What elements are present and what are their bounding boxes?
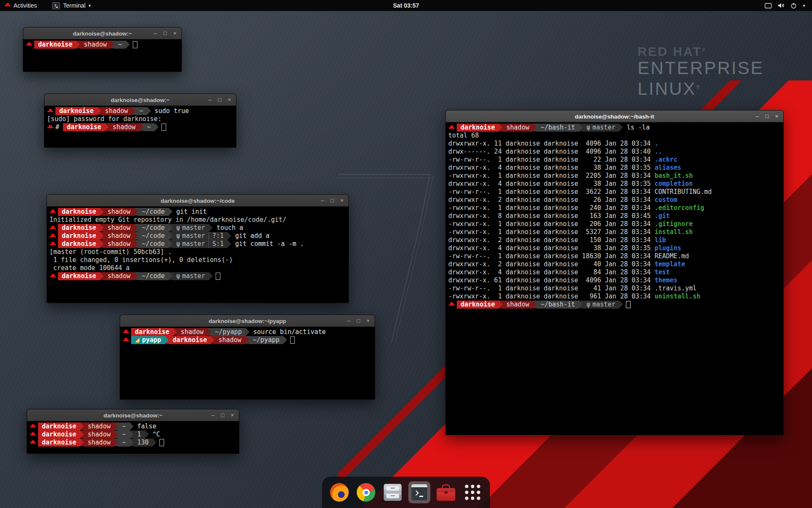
window-maximize-button[interactable]: □ [329,197,336,204]
ls-meta: -rw-rw-r--. 1 darknoise darknoise 3622 J… [448,188,655,196]
powerline-arrow-icon [126,41,130,48]
prompt-segment-host: shadow [84,439,114,447]
python-icon [135,338,140,342]
window-maximize-button[interactable]: □ [216,96,223,103]
system-status-area[interactable]: ▾ [765,3,812,9]
window-maximize-button[interactable]: □ [162,30,169,37]
window-titlebar[interactable]: darknoise@shadow:~–□× [44,94,236,106]
window-minimize-button[interactable]: – [319,197,326,204]
window-titlebar[interactable]: darknoise@shadow:~/code–□× [47,195,348,207]
dock-item-chrome[interactable] [355,481,377,503]
prompt-segment-host: shadow [502,301,533,309]
powerline-arrow-icon [145,431,149,438]
window-title: darknoise@shadow:~/code [161,198,235,204]
prompt-segment-path: ~/code [138,208,168,216]
prompt-segment-user: darknoise [58,224,100,232]
window-titlebar[interactable]: darknoise@shadow:~–□× [27,409,239,421]
terminal-prompt-line: darknoiseshadow~/codemaster touch a [49,224,346,232]
powerline-arrow-icon [619,301,623,308]
ls-meta: drwxrwxr-x. 2 darknoise darknoise 26 Jan… [448,196,655,204]
ls-output-line: -rw-rw-r--. 1 darknoise darknoise 41 Jan… [448,284,781,293]
terminal-content[interactable]: darknoiseshadow~/code git initInitialize… [47,207,348,282]
ls-filename: .git [655,212,670,220]
terminal-prompt-line: darknoiseshadow~130 [30,439,236,447]
window-minimize-button[interactable]: – [754,113,761,120]
ls-output-line: -rw-rw-r--. 1 darknoise darknoise 3622 J… [448,188,781,196]
powerline-arrow-icon [579,124,583,131]
ls-output-line: drwxrwxr-x. 61 darknoise darknoise 4096 … [448,276,781,284]
window-titlebar[interactable]: darknoise@shadow:~/pyapp–□× [120,315,375,327]
window-minimize-button[interactable]: – [345,317,352,324]
prompt-segment-host: shadow [109,123,139,131]
powerline-arrow-icon [134,224,138,232]
app-menu-label: Terminal [63,2,85,9]
powerline-arrow-icon [134,232,138,240]
ls-filename: template [655,260,685,268]
terminal-content[interactable]: darknoiseshadow~/pyapp source bin/activa… [120,327,375,345]
powerline-arrow-icon [114,431,118,438]
prompt-segment-user: darknoise [58,240,100,248]
dock-item-app-grid[interactable] [462,481,484,503]
window-close-button[interactable]: × [773,113,780,120]
window-close-button[interactable]: × [229,411,236,419]
window-close-button[interactable]: × [226,96,233,103]
ls-output-line: drwx------. 24 darknoise darknoise 4096 … [448,148,781,156]
clock[interactable]: Sat 03:57 [393,2,419,9]
git-branch-icon [176,272,180,280]
terminal-content[interactable]: darknoiseshadow~ falsedarknoiseshadow~1 … [27,421,239,448]
powerline-arrow-icon [130,422,134,430]
prompt-segment-git: master [173,272,209,280]
app-grid-icon [465,485,480,500]
redhat-prompt-icon [448,301,455,309]
prompt-segment-user: darknoise [38,439,80,447]
powerline-arrow-icon [209,272,213,280]
terminal-cursor [290,337,295,344]
powerline-arrow-icon [100,208,104,215]
terminal-content[interactable]: darknoiseshadow~ [23,39,181,50]
ls-filename: .gitignore [655,220,693,228]
ls-output-line: drwxrwxr-x. 8 darknoise darknoise 163 Ja… [448,212,781,220]
powerline-arrow-icon [110,41,114,48]
window-minimize-button[interactable]: – [209,411,217,419]
ls-output-line: -rw-rw-r--. 1 darknoise darknoise 22 Jan… [448,156,781,164]
prompt-segment-path: ~/bash-it [537,301,579,309]
windows-layer: darknoise@shadow:~–□×darknoiseshadow~dar… [0,0,812,508]
terminal-content[interactable]: darknoiseshadow~/bash-itmaster ls -latot… [446,122,783,310]
git-branch-icon [587,124,590,132]
command-text: ls -la [623,124,650,131]
powerline-arrow-icon [132,107,135,115]
terminal-prompt-line: darknoiseshadow~/codemaster [49,272,346,280]
powerline-arrow-icon [169,224,173,232]
window-close-button[interactable]: × [338,197,346,204]
app-menu-terminal[interactable]: Terminal ▾ [52,0,91,11]
prompt-segment-code: 130 [134,439,153,447]
powerline-arrow-icon [165,336,169,344]
chevron-down-icon: ▾ [88,3,91,8]
dock [322,477,490,508]
window-maximize-button[interactable]: □ [763,113,771,120]
prompt-segment-user: darknoise [55,107,97,115]
dock-item-terminal[interactable] [409,481,431,503]
powerline-arrow-icon [134,240,138,248]
activities-button[interactable]: Activities [4,0,37,11]
dock-item-files[interactable] [382,481,404,503]
dock-item-firefox[interactable] [329,481,351,503]
powerline-arrow-icon [228,240,231,248]
window-titlebar[interactable]: darknoise@shadow:~–□× [23,28,181,39]
window-title: darknoise@shadow:~ [73,30,132,37]
window-titlebar[interactable]: darknoise@shadow:~/bash-it–□× [446,110,783,122]
window-maximize-button[interactable]: □ [355,317,362,324]
window-controls: –□× [754,110,780,122]
terminal-content[interactable]: darknoiseshadow~ sudo true[sudo] passwor… [44,106,236,133]
window-minimize-button[interactable]: – [206,96,214,103]
ls-meta: drwx------. 24 darknoise darknoise 4096 … [448,148,655,155]
window-close-button[interactable]: × [171,30,178,37]
window-minimize-button[interactable]: – [152,30,159,37]
dock-item-toolbox[interactable] [435,481,457,503]
chevron-down-icon: ▾ [803,3,805,8]
prompt-segment-host: shadow [104,208,134,216]
terminal-window: darknoise@shadow:~/code–□×darknoiseshado… [47,194,349,303]
ls-filename: themes [655,276,678,284]
window-maximize-button[interactable]: □ [219,411,226,419]
window-close-button[interactable]: × [365,317,372,324]
